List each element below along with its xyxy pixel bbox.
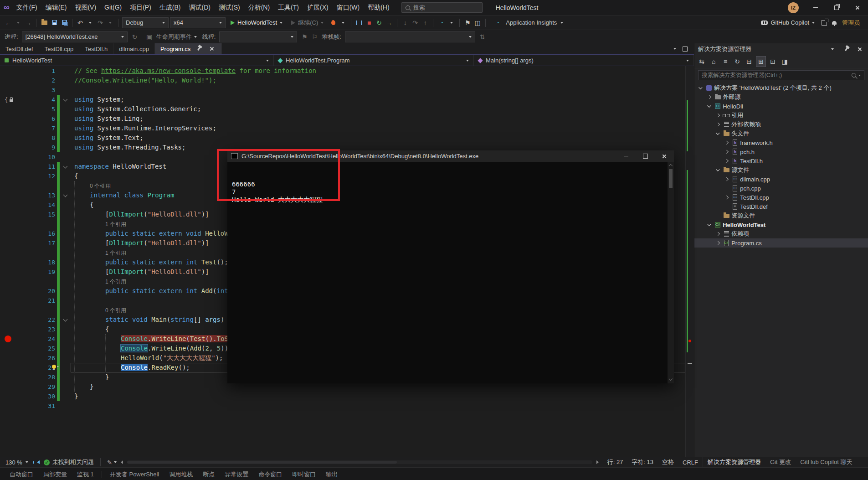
step-out-icon[interactable]: ↑ [421, 18, 430, 28]
show-all-files-icon[interactable]: ⊞ [756, 57, 765, 67]
menu-item[interactable]: 工具(T) [274, 0, 303, 15]
open-file-icon[interactable] [40, 18, 49, 28]
codelens-references[interactable]: 1 个引用 [105, 250, 126, 256]
fold-margin[interactable] [60, 267, 71, 277]
tool-window-tab[interactable]: 断点 [198, 470, 220, 479]
console-title-bar[interactable]: G:\SourceRepos\HelloWorldTest\HelloWorld… [227, 150, 674, 162]
glyph-margin[interactable] [0, 401, 25, 411]
thread-dropdown[interactable] [219, 31, 297, 42]
fold-margin[interactable] [60, 296, 71, 305]
editor-tab[interactable]: TestDll.cpp [39, 43, 80, 54]
fold-margin[interactable] [60, 104, 71, 114]
continue-button[interactable]: 继续(C) [288, 17, 327, 28]
start-debugging-button[interactable]: HelloWorldTest [227, 17, 286, 28]
switch-views-icon[interactable]: ⇆ [697, 57, 706, 67]
codelens-references[interactable]: 0 个引用 [105, 307, 126, 314]
preview-selected-items-icon[interactable]: ◨ [780, 57, 789, 67]
glyph-margin[interactable] [0, 248, 25, 258]
tree-expand-icon[interactable] [714, 114, 721, 117]
fold-margin[interactable] [60, 85, 71, 95]
code-text[interactable]: // See https://aka.ms/new-console-templa… [71, 66, 685, 76]
line-ending-indicator[interactable]: CRLF [683, 459, 698, 466]
fold-margin[interactable] [60, 210, 71, 219]
send-feedback-icon[interactable] [820, 18, 829, 28]
tree-item[interactable]: C#HelloWorldTest [694, 220, 868, 229]
tree-item[interactable]: 依赖项 [694, 229, 868, 238]
menu-item[interactable]: 生成(B) [155, 0, 185, 15]
save-icon[interactable] [50, 18, 59, 28]
glyph-margin[interactable] [0, 334, 25, 344]
glyph-margin[interactable] [0, 344, 25, 353]
glyph-margin[interactable] [0, 363, 25, 372]
code-text[interactable]: using System.Text; [71, 133, 685, 143]
console-scrollbar-thumb[interactable] [669, 169, 673, 188]
filter-icon[interactable]: ≡ [721, 57, 730, 67]
redo-caret[interactable] [106, 18, 115, 28]
menu-item[interactable]: Git(G) [100, 0, 126, 15]
tree-item[interactable]: ≡TestDll.def [694, 202, 868, 211]
tree-expand-icon[interactable] [714, 123, 721, 126]
tree-collapse-icon[interactable] [697, 87, 704, 89]
fold-margin[interactable] [60, 76, 71, 85]
notifications-bell-icon[interactable] [830, 18, 839, 28]
tool-window-tab[interactable]: 自动窗口 [5, 470, 38, 479]
menu-item[interactable]: 编辑(E) [41, 0, 71, 15]
lifecycle-events-button[interactable]: ▣ 生命周期事件 [142, 32, 200, 42]
save-all-icon[interactable] [60, 18, 69, 28]
tree-collapse-icon[interactable] [706, 224, 713, 226]
glyph-margin[interactable] [0, 219, 25, 229]
editor-tab[interactable]: dllmain.cpp [113, 43, 155, 54]
menu-item[interactable]: 扩展(X) [303, 0, 333, 15]
fold-margin[interactable] [60, 171, 71, 181]
tree-item[interactable]: 外部源 [694, 93, 868, 102]
window-layout-icon[interactable] [680, 44, 689, 54]
show-flagged-threads-icon[interactable]: ⚐ [310, 32, 319, 42]
diagnostic-tools-icon[interactable]: ◔ [437, 18, 446, 28]
tree-expand-icon[interactable] [723, 196, 730, 199]
scroll-up-icon[interactable] [669, 164, 673, 168]
console-output-area[interactable]: 6666667Hello World 大大大大大猩猩 [227, 162, 674, 383]
restart-icon[interactable]: ↻ [375, 18, 384, 28]
glyph-margin[interactable] [0, 315, 25, 325]
tool-window-tab[interactable]: 命令窗口 [253, 470, 287, 479]
glyph-margin[interactable] [0, 382, 25, 392]
fold-margin[interactable] [60, 238, 71, 248]
close-button[interactable] [847, 0, 868, 15]
glyph-margin[interactable] [0, 353, 25, 363]
fold-margin[interactable] [60, 66, 71, 76]
fold-margin[interactable] [60, 133, 71, 143]
pin-icon[interactable] [842, 44, 851, 54]
hscroll-right-arrow-icon[interactable] [596, 460, 599, 464]
menu-item[interactable]: 分析(N) [244, 0, 274, 15]
code-cleanup-button[interactable]: ✎ [107, 459, 117, 466]
fold-margin[interactable] [60, 229, 71, 238]
glyph-margin[interactable]: { [0, 95, 25, 104]
fold-margin[interactable] [60, 181, 71, 191]
fold-margin[interactable] [60, 95, 71, 104]
tree-item[interactable]: hpch.h [694, 147, 868, 156]
tool-window-tab[interactable]: 监视 1 [72, 470, 99, 479]
code-text[interactable]: using System.Linq; [71, 114, 685, 124]
glyph-margin[interactable] [0, 305, 25, 315]
menu-item[interactable]: 帮助(H) [364, 0, 393, 15]
glyph-margin[interactable] [0, 152, 25, 162]
menu-item[interactable]: 视图(V) [71, 0, 100, 15]
glyph-margin[interactable] [0, 124, 25, 133]
glyph-margin[interactable] [0, 277, 25, 286]
tree-expand-icon[interactable] [723, 150, 730, 153]
navigate-back-caret[interactable] [14, 18, 23, 28]
show-next-statement-icon[interactable]: → [385, 18, 394, 28]
step-over-icon[interactable]: ↷ [411, 18, 420, 28]
break-all-icon[interactable] [354, 18, 364, 28]
fold-margin[interactable] [60, 382, 71, 392]
glyph-margin[interactable] [0, 229, 25, 238]
panel-tab[interactable]: GitHub Copilot 聊天 [796, 458, 857, 466]
fold-margin[interactable] [60, 219, 71, 229]
undo-icon[interactable]: ↶ [76, 18, 85, 28]
console-scrollbar[interactable] [668, 162, 674, 383]
fold-margin[interactable] [60, 305, 71, 315]
account-avatar[interactable]: IZ [788, 2, 799, 13]
fold-margin[interactable] [60, 152, 71, 162]
restore-button[interactable] [826, 0, 847, 15]
fold-margin[interactable] [60, 191, 71, 200]
